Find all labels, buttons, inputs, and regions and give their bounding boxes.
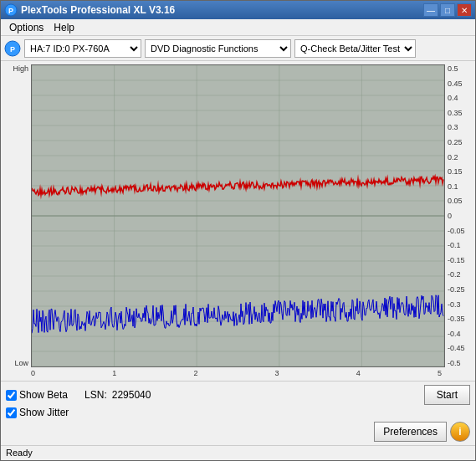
- start-button[interactable]: Start: [424, 385, 470, 405]
- show-beta-checkbox[interactable]: [6, 390, 17, 401]
- maximize-button[interactable]: □: [440, 3, 455, 17]
- status-text: Ready: [6, 448, 33, 458]
- chart-container: High Low 0.5 0.45 0.4 0.35 0.3 0.25 0.2 …: [8, 64, 472, 367]
- y-axis-right: 0.5 0.45 0.4 0.35 0.3 0.25 0.2 0.15 0.1 …: [445, 64, 472, 367]
- chart-canvas: [32, 65, 444, 366]
- show-beta-text: Show Beta: [19, 389, 68, 401]
- bottom-area: Show Beta LSN: 2295040 Start Show Jitter…: [1, 381, 475, 445]
- toolbar: P HA:7 ID:0 PX-760A DVD Diagnostic Funct…: [1, 36, 475, 61]
- show-jitter-label[interactable]: Show Jitter: [6, 407, 69, 418]
- window-controls: — □ ✕: [423, 3, 472, 17]
- status-bar: Ready: [1, 445, 475, 460]
- menu-options[interactable]: Options: [4, 20, 49, 35]
- info-button[interactable]: i: [450, 422, 470, 442]
- svg-text:P: P: [8, 7, 13, 15]
- chart-plot: [31, 64, 445, 367]
- show-jitter-text: Show Jitter: [19, 407, 69, 418]
- app-icon: P: [4, 3, 18, 17]
- lsn-label: LSN:: [84, 389, 107, 401]
- show-jitter-checkbox[interactable]: [6, 407, 17, 418]
- window-title: PlexTools Professional XL V3.16: [21, 4, 423, 16]
- preferences-button[interactable]: Preferences: [374, 422, 447, 442]
- y-low-label: Low: [14, 359, 28, 367]
- menu-bar: Options Help: [1, 19, 475, 36]
- show-beta-label[interactable]: Show Beta: [6, 389, 68, 401]
- lsn-value: 2295040: [112, 389, 151, 401]
- title-bar: P PlexTools Professional XL V3.16 — □ ✕: [1, 1, 475, 19]
- x-axis-labels: 0 1 2 3 4 5: [31, 369, 442, 377]
- bottom-row1: Show Beta LSN: 2295040 Start: [6, 385, 470, 405]
- drive-select[interactable]: HA:7 ID:0 PX-760A: [24, 39, 141, 58]
- bottom-controls: Preferences i: [6, 422, 470, 442]
- bottom-row2: Show Jitter: [6, 407, 470, 418]
- drive-icon: P: [4, 40, 21, 57]
- chart-area: High Low 0.5 0.45 0.4 0.35 0.3 0.25 0.2 …: [1, 61, 475, 381]
- minimize-button[interactable]: —: [423, 3, 438, 17]
- svg-text:P: P: [10, 45, 15, 54]
- x-axis: 0 1 2 3 4 5: [8, 369, 472, 377]
- y-axis-left: High Low: [8, 64, 31, 367]
- menu-help[interactable]: Help: [49, 20, 79, 35]
- y-high-label: High: [13, 64, 28, 73]
- close-button[interactable]: ✕: [457, 3, 472, 17]
- test-select[interactable]: Q-Check Beta/Jitter Test: [294, 39, 416, 58]
- function-select[interactable]: DVD Diagnostic Functions: [145, 39, 291, 58]
- main-window: P PlexTools Professional XL V3.16 — □ ✕ …: [0, 0, 476, 461]
